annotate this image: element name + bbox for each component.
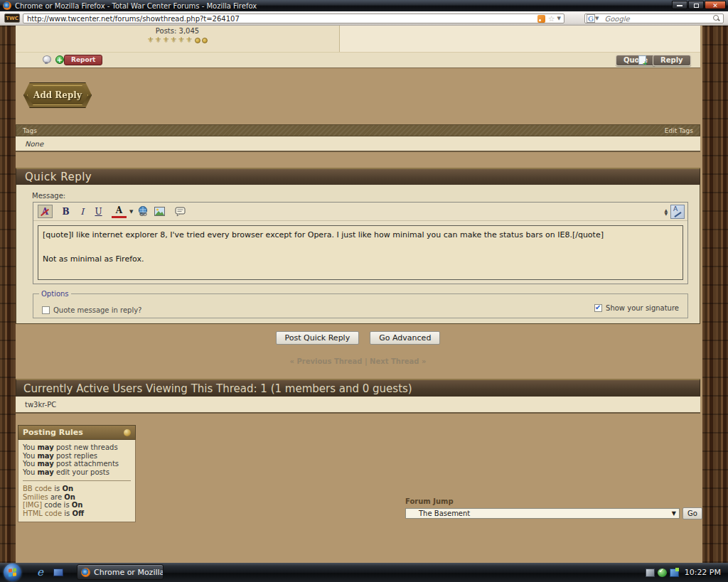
collapse-orb-icon[interactable] [124,429,131,436]
post-body-cell [340,26,700,52]
forum-jump-select[interactable]: The Basement ▼ [405,508,680,519]
rule-code: HTML code is Off [23,510,131,518]
smilies-link[interactable]: Smilies [23,493,48,501]
posting-rules-body: You may post new threads You may post re… [18,440,136,522]
remove-format-icon[interactable]: A [38,205,53,218]
wrap-quote-icon[interactable] [173,205,188,218]
browser-navbar: TWC ☆ ▼ G ▼ [0,11,728,26]
globe-link-svg [138,206,149,217]
url-input[interactable] [23,15,537,23]
show-signature-checkbox[interactable] [594,304,602,312]
html-code-link[interactable]: HTML code [23,510,62,517]
site-favicon[interactable]: TWC [4,14,20,23]
rep-lightbulb-icon[interactable] [43,55,50,64]
add-rep-icon[interactable]: + [55,55,64,64]
tags-header: Tags Edit Tags [16,124,700,136]
report-button[interactable]: Report [64,55,102,65]
bookmark-star-icon[interactable]: ☆ [548,15,555,23]
rule-code: BB code is On [23,485,131,493]
active-user-link[interactable]: tw3kr-PC [25,401,56,409]
editor-resize-icon[interactable]: ▲▼ [664,208,668,215]
quote-bubble-svg [175,207,186,217]
internet-explorer-icon[interactable]: e [37,567,48,578]
engine-dropdown-icon[interactable]: ▼ [595,16,599,21]
search-input[interactable] [601,15,713,23]
active-users-header: Currently Active Users Viewing This Thre… [16,379,700,397]
quick-reply-actions: Post Quick Reply Go Advanced [16,330,700,345]
quick-reply-header: Quick Reply [16,168,700,185]
show-desktop-icon[interactable] [53,568,63,576]
img-code-link[interactable]: [IMG] [23,501,42,509]
rule-code: [IMG] code is On [23,501,131,510]
system-tray: 10:22 PM [646,563,725,582]
message-textarea[interactable]: [quote]I like internet explorer 8, I've … [38,225,683,280]
thread-navigation: « Previous Thread | Next Thread » [16,357,700,365]
underline-icon[interactable]: U [91,205,106,218]
message-text: [quote]I like internet explorer 8, I've … [43,230,604,280]
url-bar[interactable]: ☆ ▼ [23,14,564,23]
page-background-wood: Posts: 3,045 ⚜⚜⚜⚜⚜⚜ + Report Quote Reply… [0,26,728,563]
close-button[interactable]: ✕ [705,1,726,9]
bold-icon[interactable]: B [58,205,73,218]
windows-logo-icon [9,568,16,576]
quote-message-checkbox[interactable] [42,306,50,314]
show-signature-label: Show your signature [606,304,679,312]
network-tray-icon[interactable] [646,568,655,577]
active-users-title: Currently Active Users Viewing This Thre… [23,382,412,395]
select-caret-icon: ▼ [672,510,679,517]
add-reply-button[interactable]: Add Reply [23,82,92,108]
quote-button[interactable]: Quote [616,55,655,66]
next-thread-link[interactable]: Next Thread » [370,357,426,365]
start-button[interactable] [4,564,21,581]
previous-thread-link[interactable]: « Previous Thread [290,357,363,365]
window-title: Chrome or Mozilla Firefox - Total War Ce… [15,2,257,10]
reply-button[interactable]: Reply [653,55,691,66]
post-user-cell: Posts: 3,045 ⚜⚜⚜⚜⚜⚜ [16,26,340,52]
posting-rules-box: Posting Rules You may post new threads Y… [18,425,136,522]
rss-icon[interactable] [537,15,545,23]
update-tray-icon[interactable] [670,568,679,577]
editor-toolbar: A B I U A ▼ [33,203,687,221]
search-bar[interactable]: G ▼ [584,14,724,23]
post-quick-reply-button[interactable]: Post Quick Reply [276,331,360,345]
firefox-task-button[interactable]: Chrome or Mozilla F... [77,564,164,580]
bbcode-link[interactable]: BB code [23,485,52,492]
options-fieldset: Options Quote message in reply? Show you… [33,290,688,318]
rule-permission: You may edit your posts [23,468,131,477]
message-label: Message: [32,192,65,200]
quote-message-label: Quote message in reply? [53,306,141,314]
insert-link-icon[interactable] [136,205,151,218]
rules-divider [23,480,131,481]
rule-code: Smilies are On [23,493,131,502]
message-editor: A B I U A ▼ [33,202,688,284]
minimize-button[interactable] [672,1,687,9]
active-users-row: tw3kr-PC [16,397,700,414]
forum-content: Posts: 3,045 ⚜⚜⚜⚜⚜⚜ + Report Quote Reply… [16,26,702,563]
rule-permission: You may post replies [23,452,131,460]
multiquote-icon[interactable] [638,55,646,65]
tags-value: None [25,140,43,148]
rule-permission: You may post attachments [23,460,131,468]
insert-image-icon[interactable] [152,205,167,218]
window-titlebar: Chrome or Mozilla Firefox - Total War Ce… [0,0,728,11]
posting-rules-title: Posting Rules [23,428,83,437]
tags-value-row: None [16,136,700,152]
add-reply-label: Add Reply [33,90,82,100]
font-color-icon[interactable]: A [112,205,127,218]
forum-jump-go-button[interactable]: Go [682,507,702,519]
italic-icon[interactable]: I [75,205,90,218]
editor-mode-toggle-icon[interactable] [670,205,685,219]
font-color-caret-icon[interactable]: ▼ [129,209,133,215]
forum-jump-value: The Basement [406,510,672,517]
taskbar: e Chrome or Mozilla F... 10:22 PM [0,563,728,582]
firefox-icon [3,1,11,10]
search-magnifier-icon[interactable] [713,15,720,22]
url-dropdown-icon[interactable]: ▼ [557,16,561,21]
google-engine-icon[interactable]: G [587,14,595,23]
go-advanced-button[interactable]: Go Advanced [370,331,440,345]
restore-button[interactable] [688,1,704,9]
clock: 10:22 PM [685,568,721,577]
posting-rules-header: Posting Rules [18,425,136,440]
edit-tags-link[interactable]: Edit Tags [665,127,693,134]
security-tray-icon[interactable] [658,568,667,577]
